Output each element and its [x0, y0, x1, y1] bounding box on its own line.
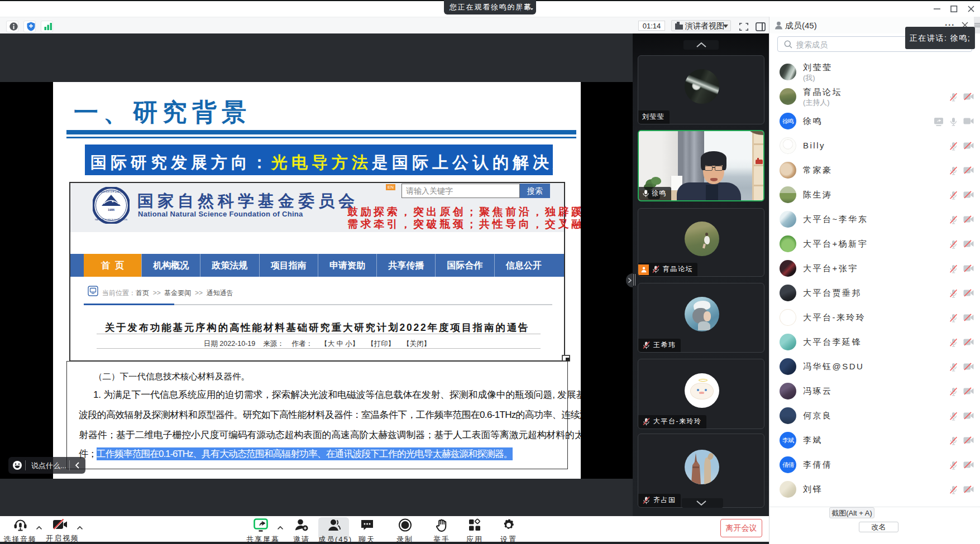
svg-text:NATURAL SCIENCE FOUNDATION: NATURAL SCIENCE FOUNDATION: [95, 219, 127, 221]
svg-text:国家自然科学基金委员会: 国家自然科学基金委员会: [98, 190, 125, 193]
svg-text:1986: 1986: [108, 208, 114, 211]
